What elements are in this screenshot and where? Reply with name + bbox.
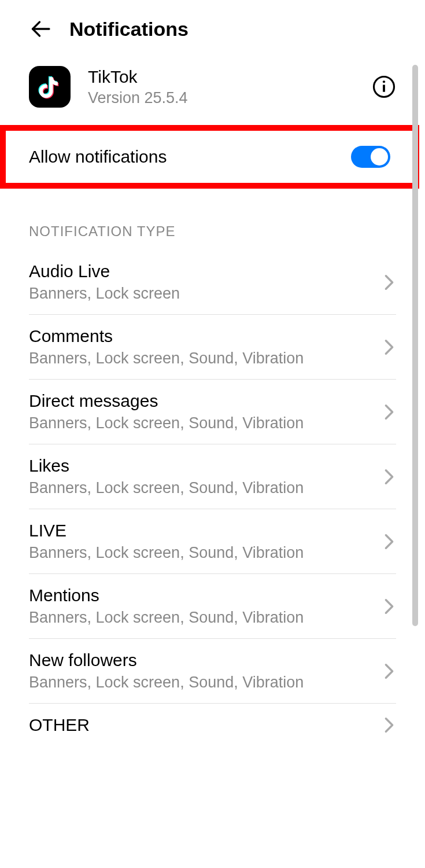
list-item-text: Audio LiveBanners, Lock screen (29, 262, 180, 303)
app-name: TikTok (88, 67, 354, 87)
tiktok-icon (36, 73, 63, 100)
list-item-title: Comments (29, 326, 304, 346)
chevron-right-icon (382, 340, 396, 354)
app-text: TikTok Version 25.5.4 (88, 67, 354, 107)
notification-type-item[interactable]: MentionsBanners, Lock screen, Sound, Vib… (0, 574, 425, 638)
list-item-title: Direct messages (29, 391, 304, 411)
notification-type-item[interactable]: LIVEBanners, Lock screen, Sound, Vibrati… (0, 509, 425, 573)
back-button[interactable] (29, 17, 52, 41)
info-button[interactable] (372, 75, 396, 99)
app-version: Version 25.5.4 (88, 89, 354, 107)
info-icon (372, 75, 396, 99)
notification-type-item[interactable]: OTHER (0, 704, 425, 746)
chevron-right-icon (382, 599, 396, 613)
chevron-right-icon (382, 470, 396, 484)
notification-type-item[interactable]: CommentsBanners, Lock screen, Sound, Vib… (0, 315, 425, 379)
list-item-text: LIVEBanners, Lock screen, Sound, Vibrati… (29, 521, 304, 562)
svg-point-3 (383, 80, 385, 83)
toggle-knob (371, 148, 388, 165)
list-item-text: LikesBanners, Lock screen, Sound, Vibrat… (29, 456, 304, 497)
app-icon (29, 66, 71, 108)
header: Notifications (0, 0, 425, 58)
list-item-subtitle: Banners, Lock screen, Sound, Vibration (29, 414, 304, 432)
list-item-title: LIVE (29, 521, 304, 540)
list-item-text: CommentsBanners, Lock screen, Sound, Vib… (29, 326, 304, 367)
chevron-right-icon (382, 664, 396, 678)
allow-notifications-label: Allow notifications (29, 147, 167, 167)
list-item-title: OTHER (29, 715, 90, 735)
chevron-right-icon (382, 405, 396, 419)
list-item-text: New followersBanners, Lock screen, Sound… (29, 650, 304, 692)
list-item-subtitle: Banners, Lock screen, Sound, Vibration (29, 674, 304, 692)
scrollbar[interactable] (412, 65, 418, 626)
allow-notifications-row: Allow notifications (0, 125, 419, 189)
list-item-text: MentionsBanners, Lock screen, Sound, Vib… (29, 586, 304, 627)
list-item-subtitle: Banners, Lock screen, Sound, Vibration (29, 479, 304, 497)
list-item-subtitle: Banners, Lock screen, Sound, Vibration (29, 544, 304, 562)
chevron-right-icon (382, 535, 396, 549)
arrow-left-icon (30, 19, 51, 39)
notification-type-item[interactable]: LikesBanners, Lock screen, Sound, Vibrat… (0, 444, 425, 509)
chevron-right-icon (382, 275, 396, 289)
list-item-subtitle: Banners, Lock screen, Sound, Vibration (29, 350, 304, 367)
notification-type-item[interactable]: Audio LiveBanners, Lock screen (0, 250, 425, 314)
list-item-title: New followers (29, 650, 304, 670)
list-item-title: Audio Live (29, 262, 180, 281)
list-item-title: Mentions (29, 586, 304, 605)
notification-type-list: Audio LiveBanners, Lock screenCommentsBa… (0, 250, 425, 746)
list-item-subtitle: Banners, Lock screen, Sound, Vibration (29, 609, 304, 627)
app-info-row: TikTok Version 25.5.4 (0, 58, 425, 119)
list-item-text: Direct messagesBanners, Lock screen, Sou… (29, 391, 304, 432)
chevron-right-icon (382, 718, 396, 732)
list-item-text: OTHER (29, 715, 90, 735)
notification-type-item[interactable]: Direct messagesBanners, Lock screen, Sou… (0, 380, 425, 444)
list-item-title: Likes (29, 456, 304, 476)
list-item-subtitle: Banners, Lock screen (29, 285, 180, 303)
section-header: NOTIFICATION TYPE (0, 189, 425, 250)
notification-type-item[interactable]: New followersBanners, Lock screen, Sound… (0, 639, 425, 703)
allow-notifications-toggle[interactable] (351, 146, 390, 168)
page-title: Notifications (69, 18, 189, 41)
